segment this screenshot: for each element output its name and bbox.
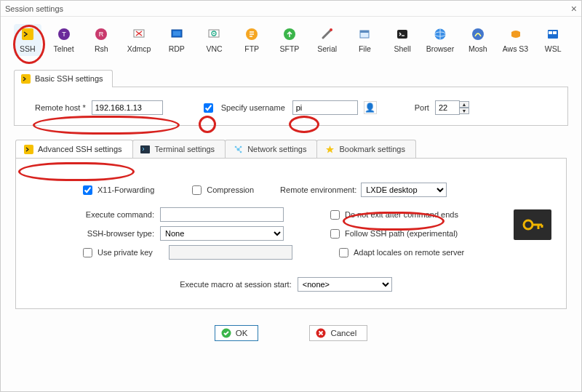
close-icon[interactable]: × <box>571 3 577 15</box>
bookmark-settings-tab[interactable]: Bookmark settings <box>316 140 415 159</box>
titlebar: Session settings × <box>1 1 581 17</box>
port-label: Port <box>415 103 429 112</box>
x11-forwarding-checkbox[interactable] <box>83 185 92 195</box>
execute-command-input[interactable] <box>160 207 284 222</box>
port-down-icon[interactable]: ▼ <box>459 108 469 114</box>
aws-s3-icon <box>509 27 523 41</box>
svg-line-32 <box>236 147 238 149</box>
compression-checkbox[interactable] <box>192 185 202 195</box>
svg-rect-16 <box>397 30 407 39</box>
ssh-small-icon <box>23 144 33 154</box>
subtab-strip: Advanced SSH settings Terminal settings … <box>15 139 581 158</box>
remote-env-select[interactable]: LXDE desktop <box>361 183 447 197</box>
star-icon <box>324 144 335 154</box>
session-type-browser[interactable]: Browser <box>426 27 454 53</box>
specify-username-checkbox[interactable] <box>204 103 213 113</box>
session-type-ftp[interactable]: FTP <box>238 27 266 53</box>
advanced-ssh-tab[interactable]: Advanced SSH settings <box>15 140 133 159</box>
wsl-icon <box>546 27 560 41</box>
session-type-wsl[interactable]: WSL <box>539 27 567 53</box>
port-up-icon[interactable]: ▲ <box>459 101 469 108</box>
port-input[interactable] <box>435 100 460 115</box>
follow-ssh-path-checkbox[interactable] <box>330 229 340 239</box>
macro-label: Execute macro at session start: <box>180 280 291 289</box>
session-type-serial[interactable]: Serial <box>314 27 341 53</box>
session-type-mosh[interactable]: Mosh <box>464 27 492 53</box>
session-type-sftp[interactable]: SFTP <box>276 27 303 53</box>
no-exit-label: Do not exit after command ends <box>345 210 458 219</box>
session-type-vnc[interactable]: VNC <box>201 27 228 53</box>
user-picker-icon[interactable]: 👤 <box>364 101 377 114</box>
session-type-label: SSH <box>20 44 36 53</box>
private-key-input <box>169 245 292 260</box>
ftp-icon <box>244 27 259 41</box>
shell-icon <box>395 27 410 41</box>
terminal-settings-tab[interactable]: Terminal settings <box>132 140 226 159</box>
svg-rect-27 <box>140 145 150 153</box>
terminal-icon <box>140 144 151 154</box>
session-type-rsh[interactable]: R Rsh <box>87 27 115 53</box>
network-icon <box>233 144 243 154</box>
svg-rect-7 <box>173 31 180 36</box>
session-type-file[interactable]: File <box>351 27 379 53</box>
specify-username-label: Specify username <box>221 103 285 112</box>
svg-point-13 <box>330 28 332 31</box>
svg-point-21 <box>472 28 484 40</box>
basic-ssh-panel: Remote host * Specify username 👤 Port ▲ … <box>14 87 568 126</box>
cancel-x-icon <box>316 328 326 338</box>
basic-ssh-tab[interactable]: Basic SSH settings <box>14 70 113 87</box>
follow-ssh-path-label: Follow SSH path (experimental) <box>345 229 458 238</box>
telnet-icon: T <box>57 27 71 41</box>
serial-icon <box>320 27 335 41</box>
svg-marker-35 <box>326 145 334 153</box>
svg-text:T: T <box>62 31 66 38</box>
adapt-locales-checkbox[interactable] <box>339 248 348 257</box>
rdp-icon <box>170 27 184 41</box>
no-exit-checkbox[interactable] <box>330 210 340 220</box>
session-type-rdp[interactable]: RDP <box>163 27 191 53</box>
basic-ssh-tab-label: Basic SSH settings <box>35 74 103 83</box>
session-type-aws-s3[interactable]: Aws S3 <box>502 27 530 53</box>
ssh-small-icon <box>20 73 31 84</box>
session-type-toolbar: SSH T Telnet R Rsh Xdmcp RDP VNC FTP SFT… <box>1 17 581 62</box>
svg-rect-23 <box>549 31 552 34</box>
svg-line-34 <box>239 150 241 152</box>
session-type-xdmcp[interactable]: Xdmcp <box>125 27 153 53</box>
ssh-browser-select[interactable]: None <box>160 226 284 241</box>
advanced-ssh-panel: X11-Forwarding Compression Remote enviro… <box>15 158 567 309</box>
session-settings-window: Session settings × SSH T Telnet R Rsh Xd… <box>0 0 582 392</box>
private-key-label: Use private key <box>97 248 169 257</box>
adapt-locales-label: Adapt locales on remote server <box>354 248 464 257</box>
svg-text:R: R <box>99 31 104 38</box>
svg-line-33 <box>239 147 241 149</box>
browser-icon <box>433 27 447 41</box>
execute-command-label: Execute command: <box>67 210 160 219</box>
svg-rect-15 <box>360 31 369 33</box>
remote-host-input[interactable] <box>92 100 163 115</box>
basic-tab-strip: Basic SSH settings <box>14 69 581 87</box>
x11-forwarding-label: X11-Forwarding <box>97 185 154 194</box>
ok-button[interactable]: OK <box>215 325 259 341</box>
compression-label: Compression <box>207 185 254 194</box>
username-input[interactable] <box>292 100 358 115</box>
ok-check-icon <box>221 328 231 338</box>
sftp-icon <box>282 27 297 41</box>
session-type-telnet[interactable]: T Telnet <box>50 27 78 53</box>
cancel-button[interactable]: Cancel <box>309 325 367 341</box>
remote-env-label: Remote environment: <box>280 185 356 194</box>
mosh-icon <box>471 27 485 41</box>
session-type-shell[interactable]: Shell <box>388 27 416 53</box>
network-settings-tab[interactable]: Network settings <box>225 140 317 159</box>
port-spinner[interactable]: ▲ ▼ <box>435 100 469 115</box>
dialog-button-row: OK Cancel <box>1 325 581 341</box>
svg-rect-24 <box>553 31 557 34</box>
macro-select[interactable]: <none> <box>298 277 392 292</box>
private-key-checkbox[interactable] <box>83 248 92 257</box>
xdmcp-icon <box>132 27 146 41</box>
ssh-browser-label: SSH-browser type: <box>67 229 160 238</box>
window-title: Session settings <box>5 4 63 13</box>
session-type-ssh[interactable]: SSH <box>14 24 41 56</box>
key-icon <box>522 216 543 233</box>
file-icon <box>357 27 372 41</box>
credentials-key-button[interactable] <box>514 209 551 240</box>
